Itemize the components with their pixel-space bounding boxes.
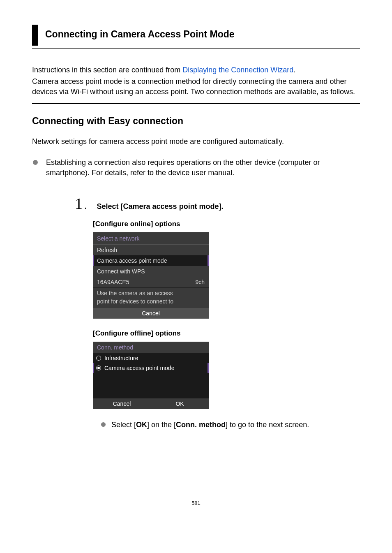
network-name: 16A9AACE5 — [97, 279, 129, 285]
step-period: . — [84, 199, 87, 212]
infrastructure-option: Infrastructure — [93, 353, 209, 363]
network-row: 16A9AACE5 9ch — [93, 277, 209, 287]
divider-thin — [32, 48, 360, 49]
camera-access-point-mode-row: Camera access point mode — [93, 255, 209, 266]
config-online-label: [Configure online] options — [93, 220, 360, 228]
intro-paragraph-2: Camera access point mode is a connection… — [32, 76, 360, 97]
intro-prefix: Instructions in this section are continu… — [32, 66, 182, 74]
connect-wps-row: Connect with WPS — [93, 266, 209, 277]
screen-list: Refresh Camera access point mode Connect… — [93, 244, 209, 287]
section-header: Connecting in Camera Access Point Mode — [32, 25, 360, 46]
bullet-item: Establishing a connection also requires … — [32, 157, 360, 178]
bullet-icon — [33, 160, 38, 165]
radio-unselected-icon — [96, 356, 101, 361]
camera-access-point-option: Camera access point mode — [93, 363, 209, 373]
screen2-options: Infrastructure Camera access point mode — [93, 353, 209, 373]
screen2-button-row: Cancel OK — [93, 398, 209, 409]
screen2-title: Conn. method — [93, 342, 209, 353]
step-number: 1 — [75, 194, 83, 213]
sub-heading: Connecting with Easy connection — [32, 116, 360, 127]
page-number: 581 — [32, 500, 360, 514]
refresh-row: Refresh — [93, 245, 209, 255]
config-offline-label: [Configure offline] options — [93, 329, 360, 338]
ok-button: OK — [151, 398, 209, 409]
camera-screen-conn-method: Conn. method Infrastructure Camera acces… — [93, 342, 209, 409]
screen-description: Use the camera as an access point for de… — [93, 287, 209, 308]
divider-thick — [32, 103, 360, 104]
note-text: Select [OK] on the [Conn. method] to go … — [111, 420, 309, 430]
step-1: 1 . Select [Camera access point mode]. — [75, 194, 360, 213]
bullet-icon — [101, 422, 106, 427]
intro-suffix: . — [293, 66, 295, 74]
screen2-spacer — [93, 373, 209, 398]
desc-text: Network settings for camera access point… — [32, 137, 360, 147]
camera-screen-select-network: Select a network Refresh Camera access p… — [93, 232, 209, 319]
intro-paragraph-1: Instructions in this section are continu… — [32, 65, 360, 75]
connection-wizard-link[interactable]: Displaying the Connection Wizard — [182, 66, 293, 74]
section-title: Connecting in Camera Access Point Mode — [45, 25, 360, 46]
note-item: Select [OK] on the [Conn. method] to go … — [101, 420, 360, 430]
cancel-button: Cancel — [93, 398, 151, 409]
bullet-text: Establishing a connection also requires … — [46, 157, 360, 178]
screen-title: Select a network — [93, 232, 209, 244]
channel-label: 9ch — [195, 279, 205, 285]
step-title: Select [Camera access point mode]. — [97, 202, 224, 211]
section-vertical-bar — [32, 25, 38, 46]
radio-selected-icon — [96, 366, 101, 370]
cancel-button: Cancel — [93, 308, 209, 319]
